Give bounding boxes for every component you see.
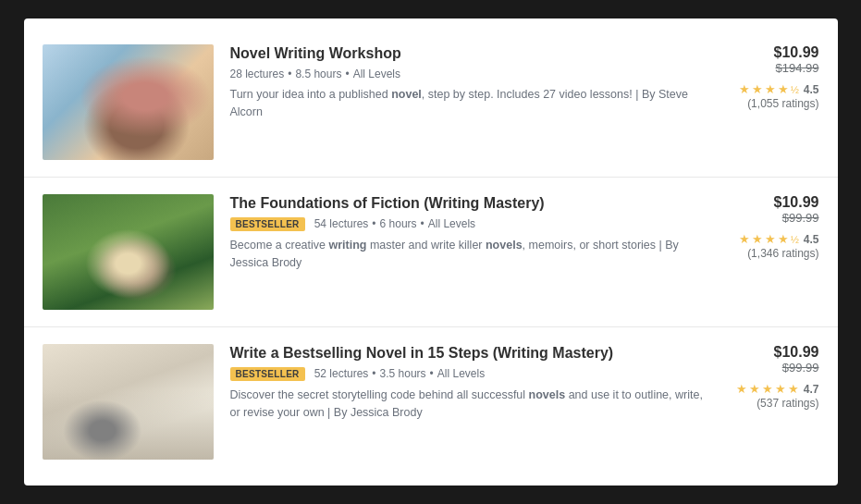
- bestseller-badge: Bestseller: [230, 217, 305, 231]
- course-description: Become a creative writing master and wri…: [230, 237, 708, 272]
- course-level: All Levels: [353, 68, 400, 80]
- star-icon: ★: [762, 382, 773, 396]
- rating-stars: ★★★★½4.5: [727, 82, 819, 96]
- star-icon: ★: [778, 82, 789, 96]
- course-hours: 8.5 hours: [295, 68, 341, 80]
- course-hours: 3.5 hours: [380, 367, 426, 380]
- rating-number: 4.7: [804, 383, 819, 396]
- star-icon: ★: [739, 232, 750, 246]
- price-original: $99.99: [727, 211, 819, 225]
- star-icon: ★: [736, 382, 747, 396]
- star-icon: ★: [752, 82, 763, 96]
- lectures-count: 28 lectures: [230, 68, 285, 80]
- course-meta: 28 lectures • 8.5 hours • All Levels: [230, 68, 708, 80]
- course-title: Novel Writing Workshop: [230, 44, 708, 64]
- star-icon: ★: [788, 382, 799, 396]
- star-icon: ★: [749, 382, 760, 396]
- course-meta: Bestseller54 lectures • 6 hours • All Le…: [230, 217, 708, 231]
- course-price-block: $10.99$194.99★★★★½4.5(1,055 ratings): [727, 44, 819, 110]
- bestseller-badge: Bestseller: [230, 367, 305, 381]
- star-icon: ½: [791, 234, 799, 245]
- rating-stars: ★★★★½4.5: [727, 232, 819, 246]
- course-item[interactable]: Novel Writing Workshop28 lectures • 8.5 …: [24, 28, 838, 178]
- star-icon: ½: [791, 84, 799, 95]
- separator: •: [345, 68, 349, 80]
- course-price-block: $10.99$99.99★★★★★4.7(537 ratings): [727, 344, 819, 410]
- rating-number: 4.5: [804, 83, 819, 96]
- course-item[interactable]: Write a Bestselling Novel in 15 Steps (W…: [24, 327, 838, 476]
- separator: •: [372, 367, 375, 380]
- course-title: The Foundations of Fiction (Writing Mast…: [230, 194, 708, 214]
- lectures-count: 52 lectures: [314, 367, 369, 380]
- course-info: The Foundations of Fiction (Writing Mast…: [230, 194, 727, 271]
- course-price-block: $10.99$99.99★★★★½4.5(1,346 ratings): [727, 194, 819, 260]
- separator: •: [430, 367, 434, 380]
- course-level: All Levels: [437, 367, 485, 380]
- course-item[interactable]: The Foundations of Fiction (Writing Mast…: [24, 178, 838, 327]
- rating-number: 4.5: [804, 233, 819, 246]
- rating-count: (537 ratings): [727, 397, 819, 410]
- course-level: All Levels: [428, 217, 475, 230]
- course-list: Novel Writing Workshop28 lectures • 8.5 …: [24, 18, 838, 486]
- price-current: $10.99: [727, 44, 819, 61]
- course-hours: 6 hours: [380, 217, 417, 230]
- star-icon: ★: [752, 232, 763, 246]
- rating-count: (1,346 ratings): [727, 247, 819, 260]
- course-thumbnail: [43, 344, 214, 460]
- course-description: Turn your idea into a published novel, s…: [230, 86, 708, 121]
- course-thumbnail: [43, 194, 214, 310]
- star-icon: ★: [778, 232, 789, 246]
- star-icon: ★: [775, 382, 786, 396]
- star-icon: ★: [765, 232, 776, 246]
- price-original: $194.99: [727, 61, 819, 75]
- course-info: Write a Bestselling Novel in 15 Steps (W…: [230, 344, 727, 421]
- course-meta: Bestseller52 lectures • 3.5 hours • All …: [230, 367, 708, 381]
- separator: •: [288, 68, 291, 80]
- course-thumbnail: [43, 44, 214, 160]
- star-icon: ★: [765, 82, 776, 96]
- separator: •: [421, 217, 424, 230]
- separator: •: [372, 217, 375, 230]
- course-title: Write a Bestselling Novel in 15 Steps (W…: [230, 344, 708, 363]
- price-original: $99.99: [727, 361, 819, 375]
- rating-count: (1,055 ratings): [727, 97, 819, 110]
- course-info: Novel Writing Workshop28 lectures • 8.5 …: [230, 44, 727, 120]
- price-current: $10.99: [727, 194, 819, 211]
- rating-stars: ★★★★★4.7: [727, 382, 819, 396]
- star-icon: ★: [739, 82, 750, 96]
- price-current: $10.99: [727, 344, 819, 361]
- lectures-count: 54 lectures: [314, 217, 369, 230]
- course-description: Discover the secret storytelling code be…: [230, 387, 708, 422]
